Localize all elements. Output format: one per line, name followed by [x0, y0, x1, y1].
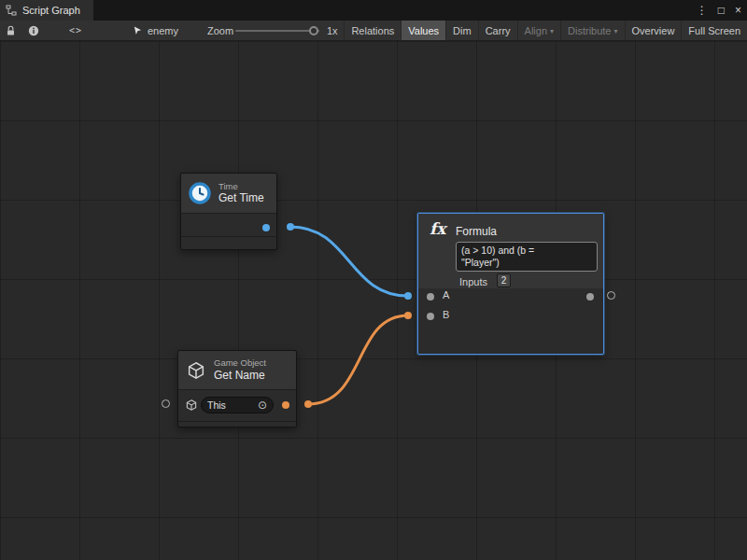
lock-icon — [6, 25, 16, 36]
target-value: This — [207, 399, 226, 411]
window-controls: ⋮ □ × — [697, 0, 741, 21]
zoom-label: Zoom — [207, 21, 233, 40]
cube-icon — [186, 360, 206, 381]
get-time-output-port[interactable] — [262, 224, 270, 231]
carry-button[interactable]: Carry — [478, 21, 517, 40]
formula-expression-text: (a > 10) and (b = "Player") — [461, 245, 571, 269]
game-object-icon — [185, 399, 198, 412]
graph-pointer-icon — [133, 25, 143, 35]
tab-title: Script Graph — [22, 5, 80, 16]
wire-endpoint-orange[interactable] — [404, 312, 412, 319]
align-button[interactable]: Align▾ — [517, 21, 560, 40]
info-icon — [28, 25, 39, 36]
button-label: Carry — [486, 25, 511, 36]
connections-layer — [0, 41, 747, 560]
graph-canvas[interactable]: Time Get Time fx Formula (a > 10) and (b… — [0, 41, 747, 560]
node-divider — [178, 389, 296, 390]
button-label: Dim — [453, 25, 472, 36]
node-divider — [181, 213, 276, 214]
wire-endpoint-blue[interactable] — [404, 292, 412, 300]
zoom-slider[interactable] — [235, 21, 319, 40]
node-divider — [178, 421, 296, 422]
node-formula[interactable]: fx Formula (a > 10) and (b = "Player") I… — [417, 213, 604, 355]
zoom-value: 1x — [327, 21, 338, 40]
node-divider — [181, 236, 276, 237]
node-get-time[interactable]: Time Get Time — [180, 173, 277, 250]
maximize-icon[interactable]: □ — [718, 4, 725, 17]
tab-script-graph[interactable]: Script Graph — [0, 0, 93, 21]
button-label: Full Screen — [688, 25, 740, 36]
script-graph-icon — [6, 5, 17, 16]
inputs-label: Inputs — [459, 276, 487, 287]
formula-result-output-port[interactable] — [607, 291, 615, 300]
inputs-count-field[interactable]: 2 — [497, 273, 511, 287]
formula-expression-input[interactable]: (a > 10) and (b = "Player") — [456, 242, 598, 272]
wire-endpoint-blue[interactable] — [287, 223, 294, 231]
info-button[interactable] — [28, 21, 39, 40]
formula-output-port-dot[interactable] — [586, 293, 594, 301]
graph-name: enemy — [148, 25, 178, 36]
node-header: Game Object Get Name — [178, 351, 296, 389]
full-screen-button[interactable]: Full Screen — [681, 21, 747, 40]
wire-get-name-to-formula-b[interactable] — [308, 315, 408, 404]
button-label: Values — [408, 25, 439, 36]
object-picker-icon[interactable]: ⊙ — [258, 399, 267, 411]
chevron-down-icon: ▾ — [550, 27, 554, 35]
dim-button[interactable]: Dim — [445, 21, 478, 40]
port-b-label: B — [443, 309, 449, 320]
overview-button[interactable]: Overview — [625, 21, 682, 40]
formula-fx-icon: fx — [430, 219, 445, 238]
formula-input-port-b[interactable] — [427, 313, 434, 320]
button-label: Align — [525, 25, 547, 36]
node-title: Get Name — [214, 369, 266, 383]
formula-input-port-a[interactable] — [427, 293, 434, 301]
zoom-slider-track[interactable] — [235, 30, 319, 32]
wire-endpoint-orange[interactable] — [304, 400, 312, 408]
get-name-output-port[interactable] — [282, 401, 289, 409]
close-icon[interactable]: × — [735, 4, 741, 17]
values-button[interactable]: Values — [401, 21, 445, 40]
button-label: Overview — [632, 25, 675, 36]
graph-breadcrumb[interactable]: enemy — [133, 21, 178, 40]
node-category: Game Object — [214, 357, 266, 369]
graph-toolbar: <> enemy Zoom 1x Relations Values Dim Ca… — [0, 21, 747, 41]
target-object-field[interactable]: This ⊙ — [201, 397, 274, 413]
node-title: Get Time — [218, 191, 264, 205]
get-name-target-input-port[interactable] — [162, 399, 170, 408]
zoom-slider-knob[interactable] — [309, 26, 318, 35]
menu-icon[interactable]: ⋮ — [697, 4, 708, 17]
button-label: Distribute — [568, 25, 611, 36]
clock-icon — [189, 182, 211, 204]
port-a-label: A — [443, 289, 449, 301]
relations-button[interactable]: Relations — [344, 21, 401, 40]
distribute-button[interactable]: Distribute▾ — [560, 21, 624, 40]
wire-get-time-to-formula-a[interactable] — [290, 227, 408, 296]
lock-button[interactable] — [6, 21, 16, 40]
node-header: Time Get Time — [181, 174, 276, 213]
node-category: Time — [218, 181, 264, 192]
script-graph-window: Script Graph ⋮ □ × <> ene — [0, 0, 747, 560]
code-view-button[interactable]: <> — [69, 21, 82, 40]
toolbar-buttons: Relations Values Dim Carry Align▾ Distri… — [344, 21, 747, 40]
button-label: Relations — [351, 25, 394, 36]
node-get-name[interactable]: Game Object Get Name This ⊙ — [177, 350, 297, 427]
node-title: Formula — [456, 225, 497, 238]
chevron-down-icon: ▾ — [614, 27, 618, 35]
title-bar: Script Graph ⋮ □ × — [0, 0, 747, 21]
